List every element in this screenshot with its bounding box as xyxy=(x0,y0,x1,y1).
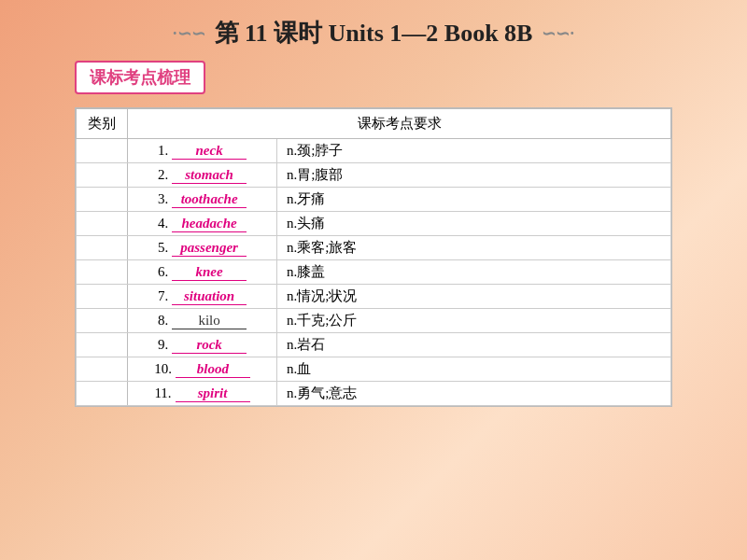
vocab-word: knee xyxy=(172,264,247,281)
meaning-cell: n.头痛 xyxy=(277,212,671,236)
row-number: 11. xyxy=(154,385,171,400)
vocab-table: 类别 课标考点要求 1.neckn.颈;脖子2.stomachn.胃;腹部3.t… xyxy=(76,108,671,406)
category-cell xyxy=(77,163,128,188)
vocab-word: headache xyxy=(172,216,247,232)
meaning-cell: n.膝盖 xyxy=(277,260,671,285)
table-row: 8.kilon.千克;公斤 xyxy=(77,309,671,333)
category-cell xyxy=(77,357,128,382)
row-number: 6. xyxy=(158,264,168,279)
category-cell xyxy=(77,309,128,333)
word-cell: 5.passenger xyxy=(128,236,277,260)
meaning-cell: n.牙痛 xyxy=(277,188,671,212)
table-row: 6.kneen.膝盖 xyxy=(77,260,671,285)
meaning-cell: n.血 xyxy=(277,357,671,382)
word-cell: 11.spirit xyxy=(128,382,277,406)
vocab-word: spirit xyxy=(176,385,250,402)
page-header: ·∽∽ 第 11 课时 Units 1—2 Book 8B ∽∽· xyxy=(0,0,747,61)
row-number: 1. xyxy=(158,143,168,158)
vocab-word: toothache xyxy=(172,191,247,208)
meaning-cell: n.岩石 xyxy=(277,333,671,357)
table-row: 4.headachen.头痛 xyxy=(77,212,671,236)
row-number: 9. xyxy=(158,337,168,352)
category-cell xyxy=(77,285,128,309)
word-cell: 3.toothache xyxy=(128,188,277,212)
row-number: 8. xyxy=(158,313,168,328)
meaning-cell: n.胃;腹部 xyxy=(277,163,671,188)
table-row: 2.stomachn.胃;腹部 xyxy=(77,163,671,188)
meaning-cell: n.乘客;旅客 xyxy=(277,236,671,260)
meaning-cell: n.颈;脖子 xyxy=(277,139,671,163)
vocab-word: kilo xyxy=(172,313,247,329)
word-cell: 1.neck xyxy=(128,139,277,163)
word-cell: 4.headache xyxy=(128,212,277,236)
table-row: 3.toothachen.牙痛 xyxy=(77,188,671,212)
category-cell xyxy=(77,333,128,357)
word-cell: 2.stomach xyxy=(128,163,277,188)
vocab-word: neck xyxy=(172,143,247,160)
row-number: 7. xyxy=(158,288,168,303)
meaning-cell: n.勇气;意志 xyxy=(277,382,671,406)
vocab-word: situation xyxy=(172,288,247,305)
vocab-word: rock xyxy=(172,337,247,354)
row-number: 4. xyxy=(158,216,168,231)
category-cell xyxy=(77,236,128,260)
deco-left: ·∽∽ xyxy=(173,23,205,44)
table-row: 7.situationn.情况;状况 xyxy=(77,285,671,309)
word-cell: 8.kilo xyxy=(128,309,277,333)
table-row: 5.passengern.乘客;旅客 xyxy=(77,236,671,260)
table-row: 1.neckn.颈;脖子 xyxy=(77,139,671,163)
category-cell xyxy=(77,260,128,285)
category-cell xyxy=(77,139,128,163)
category-cell xyxy=(77,212,128,236)
word-cell: 10.blood xyxy=(128,357,277,382)
word-cell: 6.knee xyxy=(128,260,277,285)
word-cell: 7.situation xyxy=(128,285,277,309)
vocab-word: stomach xyxy=(172,167,247,184)
section-label: 课标考点梳理 xyxy=(0,61,747,107)
word-cell: 9.rock xyxy=(128,333,277,357)
table-row: 9.rockn.岩石 xyxy=(77,333,671,357)
page-title: 第 11 课时 Units 1—2 Book 8B xyxy=(215,17,533,49)
col-header-requirements: 课标考点要求 xyxy=(128,109,671,139)
row-number: 5. xyxy=(158,240,168,255)
meaning-cell: n.情况;状况 xyxy=(277,285,671,309)
vocab-word: blood xyxy=(176,361,250,378)
vocab-table-container: 类别 课标考点要求 1.neckn.颈;脖子2.stomachn.胃;腹部3.t… xyxy=(75,107,672,407)
category-cell xyxy=(77,188,128,212)
table-row: 10.bloodn.血 xyxy=(77,357,671,382)
row-number: 2. xyxy=(158,167,168,182)
col-header-category: 类别 xyxy=(77,109,128,139)
row-number: 3. xyxy=(158,191,168,206)
row-number: 10. xyxy=(154,361,172,376)
meaning-cell: n.千克;公斤 xyxy=(277,309,671,333)
deco-right: ∽∽· xyxy=(542,23,574,44)
category-cell xyxy=(77,382,128,406)
vocab-word: passenger xyxy=(172,240,247,257)
table-row: 11.spiritn.勇气;意志 xyxy=(77,382,671,406)
